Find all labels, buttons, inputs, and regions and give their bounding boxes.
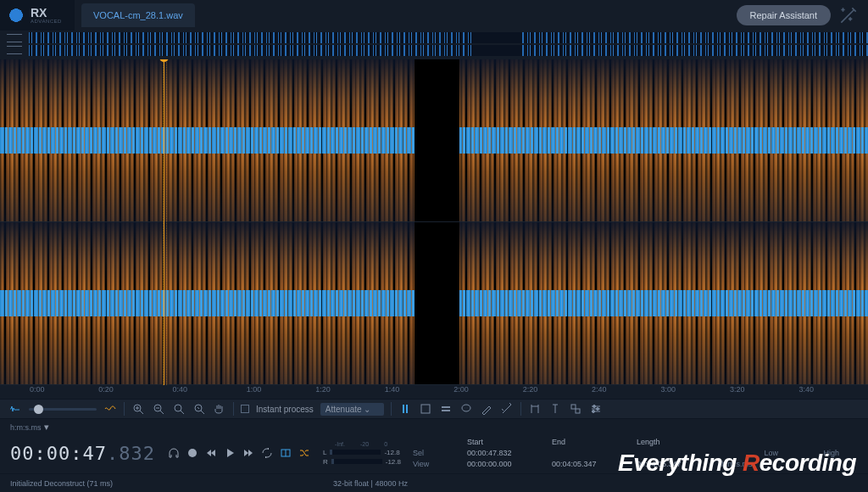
app-logo: RX ADVANCED: [0, 0, 75, 31]
wand-tool-icon[interactable]: [500, 402, 514, 416]
file-tab[interactable]: VOCAL-cm_28.1.wav: [81, 3, 195, 27]
process-mode-dropdown[interactable]: Attenuate ⌄: [320, 403, 385, 416]
select-time-icon[interactable]: [398, 402, 412, 416]
zoom-out-tool-icon[interactable]: [152, 402, 165, 416]
play-button[interactable]: [223, 446, 236, 460]
cursor-info: LowHighRangeCursor: [764, 449, 868, 457]
svg-rect-13: [576, 409, 580, 413]
hand-tool-icon[interactable]: [213, 402, 226, 416]
app-edition: ADVANCED: [31, 19, 62, 24]
zoom-sel-icon[interactable]: [172, 402, 186, 416]
blend-spectro-icon[interactable]: [103, 402, 117, 416]
status-message: Initialized Deconstruct (71 ms): [10, 479, 113, 488]
playhead[interactable]: [164, 59, 164, 385]
record-button[interactable]: [186, 446, 199, 460]
marker-icon[interactable]: [548, 402, 562, 416]
blend-waveform-icon[interactable]: [8, 402, 22, 416]
svg-rect-10: [442, 410, 450, 411]
svg-point-15: [597, 408, 599, 411]
timecode-unit: h:m:s.ms: [10, 423, 42, 432]
overview-strip[interactable]: [0, 31, 868, 59]
timecode-display: 00:00:47.832: [10, 443, 155, 464]
audio-format: 32-bit float | 48000 Hz: [333, 479, 408, 488]
follow-playhead-icon[interactable]: [279, 446, 292, 460]
marker-region-icon[interactable]: [528, 402, 542, 416]
wand-icon[interactable]: [837, 4, 860, 26]
rewind-button[interactable]: [204, 446, 218, 460]
headphones-icon[interactable]: [167, 446, 181, 460]
time-ruler[interactable]: 0:00 0:20 0:40 1:00 1:20 1:40 2:00 2:20 …: [0, 385, 868, 399]
select-freq-icon[interactable]: [439, 402, 453, 416]
loop-button[interactable]: [260, 446, 274, 460]
blend-slider[interactable]: [29, 408, 97, 411]
forward-button[interactable]: [242, 446, 255, 460]
svg-point-14: [593, 405, 596, 408]
brush-icon[interactable]: [480, 402, 493, 416]
peak-meters: -Inf.-200 L-12.8 R-12.8: [323, 441, 401, 466]
instant-process-label: Instant process: [256, 405, 314, 414]
repair-assistant-button[interactable]: Repair Assistant: [737, 5, 831, 25]
zoom-fit-icon[interactable]: [192, 402, 206, 416]
svg-point-17: [188, 449, 197, 457]
selection-info: StartEndLength Sel00:00:47.832 View00:00…: [413, 438, 753, 468]
logo-icon: [7, 6, 25, 25]
app-name: RX: [31, 7, 62, 19]
svg-rect-8: [421, 405, 430, 413]
svg-point-16: [593, 411, 595, 413]
svg-rect-6: [403, 405, 404, 413]
svg-rect-9: [442, 406, 450, 408]
shuffle-icon[interactable]: [298, 446, 311, 460]
lasso-icon[interactable]: [459, 402, 473, 416]
settings-icon[interactable]: [589, 402, 603, 416]
instant-process-checkbox[interactable]: [241, 405, 249, 413]
find-similar-icon[interactable]: [569, 402, 582, 416]
svg-rect-7: [406, 405, 408, 413]
svg-point-11: [462, 405, 470, 411]
zoom-tool-icon[interactable]: [131, 402, 145, 416]
svg-point-4: [175, 405, 181, 411]
select-timefreq-icon[interactable]: [419, 402, 432, 416]
svg-rect-12: [571, 405, 576, 409]
spectrogram-display[interactable]: L R: [0, 59, 868, 385]
